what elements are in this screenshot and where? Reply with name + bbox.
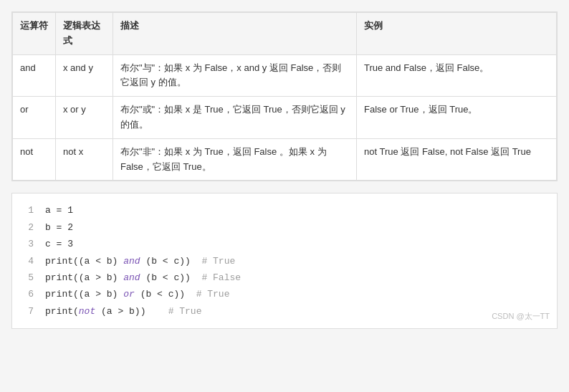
cell-example: False or True，返回 True。 xyxy=(357,97,557,139)
code-line: 3c = 3 xyxy=(24,236,545,252)
line-code: print((a > b) or (b < c)) # True xyxy=(45,286,229,302)
cell-example: True and False，返回 False。 xyxy=(357,54,557,97)
cell-desc: 布尔"或"：如果 x 是 True，它返回 True，否则它返回 y 的值。 xyxy=(113,97,357,139)
cell-expr: x and y xyxy=(56,54,113,97)
table-row: andx and y布尔"与"：如果 x 为 False，x and y 返回 … xyxy=(13,54,557,97)
line-number: 3 xyxy=(24,236,34,252)
code-block: 1a = 12b = 23c = 34print((a < b) and (b … xyxy=(11,193,558,329)
code-line: 4print((a < b) and (b < c)) # True xyxy=(24,253,545,269)
cell-op: not xyxy=(13,138,56,181)
table-row: notnot x布尔"非"：如果 x 为 True，返回 False 。如果 x… xyxy=(13,138,557,181)
header-example: 实例 xyxy=(357,13,557,55)
code-line: 2b = 2 xyxy=(24,219,545,236)
line-number: 4 xyxy=(24,253,34,269)
line-code: print(not (a > b)) # True xyxy=(45,303,201,320)
line-number: 2 xyxy=(24,219,34,236)
line-number: 6 xyxy=(24,286,34,302)
cell-op: or xyxy=(13,97,56,139)
line-number: 7 xyxy=(24,303,34,320)
line-code: b = 2 xyxy=(45,219,73,236)
code-line: 7print(not (a > b)) # True xyxy=(24,303,545,320)
code-line: 6print((a > b) or (b < c)) # True xyxy=(24,286,545,302)
code-line: 1a = 1 xyxy=(24,202,545,219)
line-code: print((a > b) and (b < c)) # False xyxy=(45,269,241,286)
line-code: print((a < b) and (b < c)) # True xyxy=(45,253,235,269)
cell-op: and xyxy=(13,54,56,97)
line-number: 1 xyxy=(24,202,34,219)
header-op: 运算符 xyxy=(13,13,56,55)
table-row: orx or y布尔"或"：如果 x 是 True，它返回 True，否则它返回… xyxy=(13,97,557,139)
cell-example: not True 返回 False, not False 返回 True xyxy=(357,138,557,181)
cell-desc: 布尔"非"：如果 x 为 True，返回 False 。如果 x 为 False… xyxy=(113,138,357,181)
line-code: c = 3 xyxy=(45,236,73,252)
watermark: CSDN @太一TT xyxy=(492,310,550,324)
cell-expr: not x xyxy=(56,138,113,181)
cell-desc: 布尔"与"：如果 x 为 False，x and y 返回 False，否则它返… xyxy=(113,54,357,97)
cell-expr: x or y xyxy=(56,97,113,139)
logic-operators-table: 运算符 逻辑表达式 描述 实例 andx and y布尔"与"：如果 x 为 F… xyxy=(11,11,558,181)
line-number: 5 xyxy=(24,269,34,286)
header-expr: 逻辑表达式 xyxy=(56,13,113,55)
header-desc: 描述 xyxy=(113,13,357,55)
code-line: 5print((a > b) and (b < c)) # False xyxy=(24,269,545,286)
line-code: a = 1 xyxy=(45,202,73,219)
